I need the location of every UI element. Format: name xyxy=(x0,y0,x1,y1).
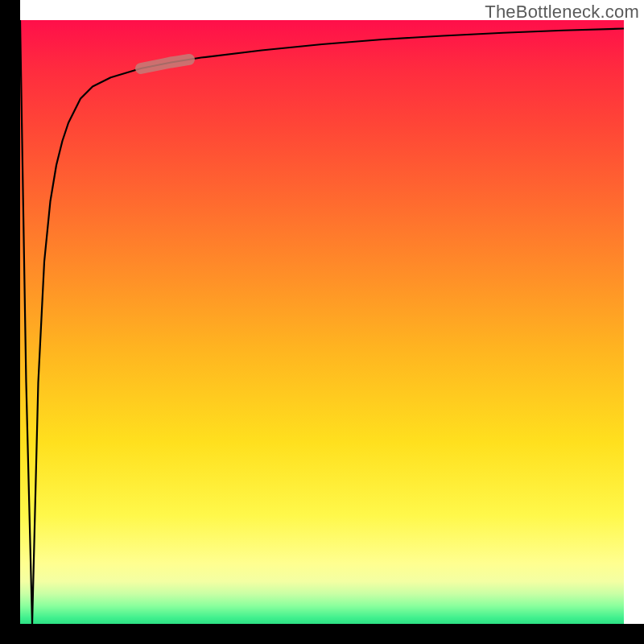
y-axis-frame xyxy=(0,0,20,644)
x-axis-frame xyxy=(0,624,644,644)
plot-gradient-background xyxy=(20,20,624,624)
watermark-text: TheBottleneck.com xyxy=(485,2,639,23)
chart-canvas: TheBottleneck.com xyxy=(0,0,644,644)
